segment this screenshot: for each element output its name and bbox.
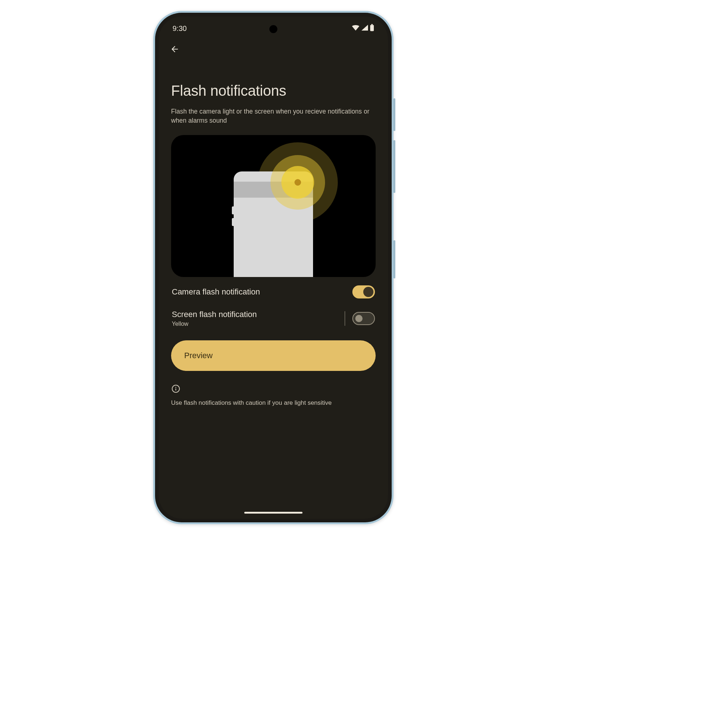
page-title: Flash notifications bbox=[171, 83, 376, 99]
svg-point-3 bbox=[176, 387, 177, 388]
side-button bbox=[393, 140, 395, 193]
illustration-side-button bbox=[232, 218, 234, 226]
nav-row bbox=[159, 38, 388, 60]
cell-signal-icon bbox=[361, 24, 369, 32]
caution-text: Use flash notifications with caution if … bbox=[171, 399, 376, 407]
side-button bbox=[393, 240, 395, 278]
illustration-card bbox=[171, 135, 376, 277]
phone-frame: 9:30 bbox=[153, 11, 393, 524]
battery-icon bbox=[370, 24, 374, 33]
camera-flash-row[interactable]: Camera flash notification bbox=[171, 277, 376, 305]
status-time: 9:30 bbox=[173, 24, 187, 33]
screen: 9:30 bbox=[159, 16, 388, 519]
arrow-back-icon bbox=[170, 44, 179, 54]
row-divider bbox=[345, 311, 345, 326]
illustration-side-button bbox=[232, 206, 234, 214]
camera-flash-toggle[interactable] bbox=[352, 285, 375, 298]
svg-rect-4 bbox=[176, 388, 176, 391]
gesture-nav-bar[interactable] bbox=[244, 512, 303, 514]
screen-flash-value: Yellow bbox=[172, 321, 337, 327]
screen-flash-toggle[interactable] bbox=[352, 312, 375, 325]
back-button[interactable] bbox=[167, 42, 182, 57]
wifi-icon bbox=[352, 24, 359, 32]
status-icons bbox=[352, 24, 374, 33]
camera-flash-label: Camera flash notification bbox=[172, 287, 352, 297]
info-icon bbox=[171, 384, 180, 393]
preview-button[interactable]: Preview bbox=[171, 340, 376, 371]
page-subtitle: Flash the camera light or the screen whe… bbox=[171, 107, 376, 125]
screen-flash-label: Screen flash notification bbox=[172, 310, 337, 319]
preview-button-label: Preview bbox=[184, 351, 213, 360]
punch-hole-camera bbox=[269, 25, 277, 33]
svg-rect-0 bbox=[371, 24, 373, 25]
caution-block: Use flash notifications with caution if … bbox=[171, 384, 376, 407]
screen-flash-row[interactable]: Screen flash notification Yellow bbox=[171, 305, 376, 334]
side-button bbox=[393, 98, 395, 131]
svg-rect-1 bbox=[370, 25, 374, 31]
flash-center-icon bbox=[294, 179, 301, 186]
